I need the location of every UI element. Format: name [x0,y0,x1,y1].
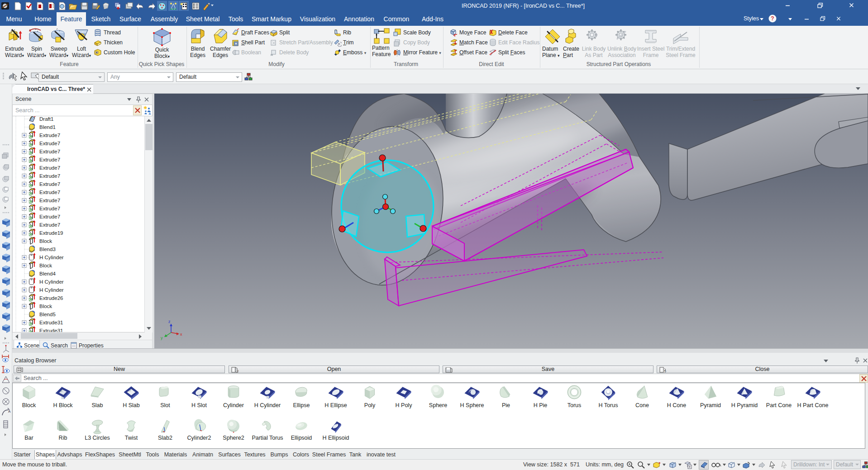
svg-text:Extrude19: Extrude19 [39,230,63,236]
svg-text:H Sphere: H Sphere [460,402,484,408]
svg-text:H Poly: H Poly [396,402,413,408]
svg-text:H Cylinder: H Cylinder [39,287,64,293]
svg-text:H Slab: H Slab [123,402,140,408]
svg-text:H Cylinder: H Cylinder [39,279,64,285]
svg-text:y: y [161,336,163,340]
svg-text:Pie: Pie [502,402,510,408]
svg-text:H Pie: H Pie [534,402,548,408]
svg-text:H Cone: H Cone [667,402,686,408]
svg-text:H Torus: H Torus [599,402,618,408]
svg-text:Pyramid: Pyramid [700,402,721,408]
svg-text:H Ellipsoid: H Ellipsoid [322,435,349,441]
svg-text:Extrude7: Extrude7 [39,198,60,203]
svg-text:Block: Block [39,263,52,268]
svg-text:5: 5 [664,370,666,373]
svg-text:H Cylinder: H Cylinder [39,255,64,260]
svg-text:Part Cone: Part Cone [766,402,792,408]
svg-text:H Ellipse: H Ellipse [324,402,347,408]
svg-text:Extrude7: Extrude7 [39,133,60,138]
svg-text:Extrude7: Extrude7 [39,222,60,228]
svg-text:Poly: Poly [364,402,376,408]
svg-text:Extrude7: Extrude7 [39,141,60,146]
svg-text:Extrude7: Extrude7 [39,190,60,195]
svg-text:Extrude7: Extrude7 [39,173,60,179]
svg-text:L3 Circles: L3 Circles [85,435,110,441]
svg-text:Cylinder: Cylinder [223,402,244,408]
svg-text:Blend5: Blend5 [39,312,56,317]
svg-text:Bar: Bar [24,435,33,441]
svg-text:A: A [8,409,11,413]
svg-text:Blend3: Blend3 [39,247,56,252]
svg-text:H Pyramid: H Pyramid [731,402,758,408]
svg-text:H Slot: H Slot [191,402,207,408]
svg-text:Block: Block [39,304,52,309]
svg-text:x: x [180,332,182,337]
svg-text:Twist: Twist [125,435,138,441]
svg-text:Extrude7: Extrude7 [39,157,60,162]
svg-text:Sphere2: Sphere2 [223,435,244,441]
svg-text:Extrude31: Extrude31 [39,328,63,332]
svg-text:Extrude7: Extrude7 [39,214,60,219]
svg-text:Draft1: Draft1 [39,116,53,122]
svg-text:Partial Torus: Partial Torus [252,435,283,441]
svg-text:Slot: Slot [160,402,170,408]
svg-text:Blend1: Blend1 [39,124,56,130]
svg-text:Block: Block [22,402,36,408]
svg-text:?: ? [771,15,774,22]
svg-text:H Part Cone: H Part Cone [797,402,829,408]
svg-text:Ellipse: Ellipse [293,402,310,408]
svg-text:Cone: Cone [635,402,649,408]
svg-text:H Cylinder: H Cylinder [254,402,281,408]
svg-text:Extrude7: Extrude7 [39,149,60,154]
svg-text:Extrude7: Extrude7 [39,181,60,187]
svg-text:Sphere: Sphere [429,402,447,408]
svg-text:Blend4: Blend4 [39,271,56,276]
svg-text:Extrude7: Extrude7 [39,206,60,211]
svg-text:Block: Block [39,238,52,244]
svg-text:H Block: H Block [53,402,73,408]
svg-text:Slab: Slab [91,402,103,408]
svg-text:Torus: Torus [568,402,582,408]
svg-text:Extrude7: Extrude7 [39,165,60,171]
svg-text:Extrude31: Extrude31 [39,320,63,325]
svg-text:Slab2: Slab2 [158,435,172,441]
svg-text:Rib: Rib [59,435,67,441]
svg-text:2: 2 [237,370,238,373]
svg-text:Ellipsoid: Ellipsoid [291,435,312,441]
svg-text:Extrude26: Extrude26 [39,295,63,301]
svg-text:Cylinder2: Cylinder2 [187,435,211,441]
svg-text:z: z [168,319,171,324]
